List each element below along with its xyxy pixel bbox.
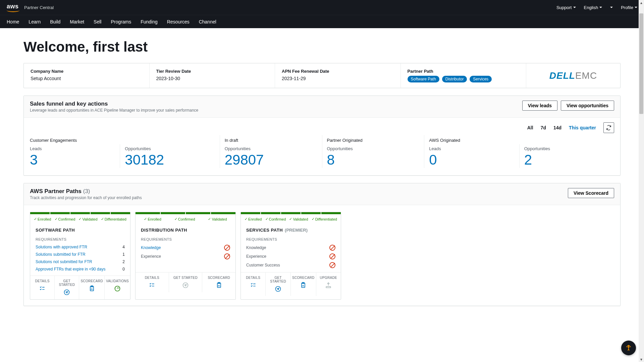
stat-label-opps: Opportunities [125,146,210,151]
pf-label: VALIDATIONS [106,279,129,283]
stage-label: Differentiated [105,217,126,221]
pf-validations[interactable]: VALIDATIONS [105,276,130,299]
stat-customer-leads[interactable]: 3 [30,152,115,168]
pf-scorecard[interactable]: SCORECARD [202,273,235,292]
support-menu[interactable]: Support [556,5,576,10]
nav-home[interactable]: Home [7,19,19,24]
compass-icon [182,282,189,289]
pf-scorecard[interactable]: SCORECARD [291,273,316,296]
stat-aws-leads[interactable]: 0 [429,152,514,168]
partner-path-label: Partner Path [408,69,520,74]
clipboard-chart-icon [216,282,222,289]
pf-label: SCORECARD [292,276,315,280]
req-text: Knowledge [246,245,266,250]
nav-resources[interactable]: Resources [167,19,190,24]
vertical-scrollbar[interactable]: ▲ ▼ [639,0,644,319]
pf-get-started[interactable]: GET STARTED [266,273,290,296]
nav-programs[interactable]: Programs [111,19,131,24]
check-icon: ✓ [289,217,292,221]
pf-details[interactable]: DETAILS [30,276,55,299]
path-card-software: ✓Enrolled ✓Confirmed ✓Validated ✓Differe… [30,212,130,300]
partner-paths-panel: AWS Partner Paths (3) Track activities a… [23,183,621,306]
req-link[interactable]: Approved FTRs that expire in <90 days [36,267,105,272]
nav-funding[interactable]: Funding [141,19,158,24]
view-opportunities-button[interactable]: View opportunities [561,101,614,111]
paths-title: AWS Partner Paths (3) [30,188,142,195]
badge-software-path[interactable]: Software Path [408,76,439,82]
req-row: Customer Success [246,261,335,269]
main-nav: Home Learn Build Market Sell Programs Fu… [0,15,644,28]
pf-label: SCORECARD [80,279,103,283]
scroll-up-arrow-icon[interactable]: ▲ [639,0,644,5]
progress-bar [241,212,341,214]
aws-logo[interactable]: aws [7,3,19,12]
req-text: Experience [141,254,161,259]
view-leads-button[interactable]: View leads [522,101,557,111]
path-card-distribution: ✓Enrolled ✓Confirmed ✓Validated DISTRIBU… [135,212,236,300]
aws-logo-text: aws [7,3,19,10]
pf-details[interactable]: DETAILS [136,273,169,292]
scroll-thumb[interactable] [639,13,643,114]
pf-label: SCORECARD [204,276,234,280]
profile-menu[interactable]: Profile [621,5,637,10]
stage-enrolled: ✓Enrolled [245,217,262,221]
forbidden-icon [329,253,335,259]
stage-differentiated: ✓Differentiated [312,217,337,221]
req-link[interactable]: Solutions not submitted for FTR [36,259,92,264]
support-label: Support [556,5,572,10]
nav-learn[interactable]: Learn [29,19,41,24]
req-row: Approved FTRs that expire in <90 days0 [36,265,125,273]
stat-customer-opps[interactable]: 30182 [125,152,210,168]
compass-icon [275,286,281,292]
stat-label-aws-opps: Opportunities [524,146,609,151]
group-in-draft: In draft [225,135,317,144]
stage-label: Validated [82,217,97,221]
filter-all[interactable]: All [527,125,533,130]
stat-partner-opps[interactable]: 8 [327,152,415,168]
req-link[interactable]: Solutions submitted for FTR [36,252,86,257]
time-filter-row: All 7d 14d This quarter [24,118,620,134]
stat-draft-opps[interactable]: 29807 [225,152,313,168]
pf-details[interactable]: DETAILS [241,273,266,296]
nav-market[interactable]: Market [70,19,84,24]
check-icon: ✓ [55,217,58,221]
pf-get-started[interactable]: GET STARTED [55,276,79,299]
language-menu[interactable]: English [584,5,602,10]
refresh-icon [606,125,611,130]
nav-sell[interactable]: Sell [94,19,101,24]
chevron-down-icon [610,7,613,8]
filter-7d[interactable]: 7d [541,125,546,130]
stage-label: Confirmed [178,217,195,221]
account-info-card: Company Name Setup Account Tier Review D… [23,63,621,88]
req-link[interactable]: Knowledge [141,245,161,250]
req-value: 2 [122,259,125,264]
list-check-icon [39,285,46,292]
badge-services[interactable]: Services [470,76,492,82]
check-icon: ✓ [265,217,268,221]
refresh-button[interactable] [603,122,614,133]
nav-build[interactable]: Build [50,19,60,24]
req-link[interactable]: Solutions with approved FTR [36,245,87,249]
req-row: Solutions submitted for FTR1 [36,251,125,258]
req-value: 0 [122,267,125,272]
pf-scorecard[interactable]: SCORECARD [79,276,105,299]
requirements-label: REQUIREMENTS [241,234,341,243]
nav-channel[interactable]: Channel [199,19,216,24]
stage-label: Differentiated [315,217,337,221]
stage-differentiated: ✓Differentiated [101,217,126,221]
pf-label: UPGRADE [318,276,339,280]
extra-menu[interactable] [610,7,613,8]
stage-label: Validated [212,217,227,221]
clipboard-chart-icon [300,282,307,289]
check-icon: ✓ [312,217,315,221]
view-scorecard-button[interactable]: View Scorecard [568,188,614,198]
badge-distributor[interactable]: Distributor [442,76,467,82]
filter-14d[interactable]: 14d [553,125,561,130]
forbidden-icon [329,262,335,268]
path-title: SOFTWARE PATH [36,228,75,233]
filter-this-quarter[interactable]: This quarter [569,125,596,130]
progress-bar [30,212,130,214]
chevron-down-icon [573,7,576,8]
stat-aws-opps[interactable]: 2 [524,152,609,168]
list-check-icon [149,282,155,289]
